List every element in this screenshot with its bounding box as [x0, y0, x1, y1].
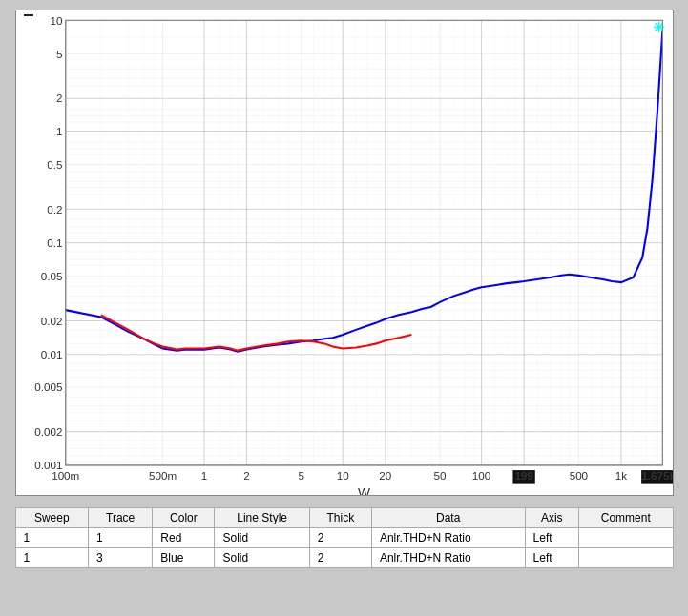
chart-inner: 10 5 2 1 0.5 0.2 0.1 0.05 0.02 0.01 0.00… — [20, 10, 673, 495]
svg-text:1: 1 — [200, 471, 206, 483]
svg-text:0.02: 0.02 — [40, 316, 62, 327]
cell-data: Anlr.THD+N Ratio — [371, 528, 525, 548]
cell-sweep: 1 — [15, 528, 89, 548]
svg-text:0.1: 0.1 — [47, 237, 62, 249]
svg-text:2: 2 — [56, 93, 62, 105]
svg-text:0.2: 0.2 — [47, 204, 62, 216]
svg-text:100m: 100m — [52, 471, 79, 483]
cell-axis: Left — [525, 548, 579, 568]
svg-text:500: 500 — [569, 471, 587, 483]
cell-trace: 1 — [89, 528, 153, 548]
svg-text:0.01: 0.01 — [40, 349, 62, 360]
svg-text:199: 199 — [514, 471, 532, 483]
col-data: Data — [371, 508, 525, 528]
svg-text:0.001: 0.001 — [34, 460, 62, 471]
cell-thick: 2 — [309, 528, 371, 548]
col-axis: Axis — [525, 508, 579, 528]
svg-text:20: 20 — [379, 471, 391, 483]
svg-text:W: W — [358, 485, 370, 495]
cell-color: Blue — [153, 548, 215, 568]
col-comment: Comment — [579, 508, 673, 528]
svg-text:✳: ✳ — [652, 20, 664, 35]
cell-data: Anlr.THD+N Ratio — [371, 548, 525, 568]
cell-comment — [579, 548, 673, 568]
cell-linestyle: Solid — [215, 528, 309, 548]
cell-thick: 2 — [309, 548, 371, 568]
svg-text:0.5: 0.5 — [47, 159, 62, 171]
col-thick: Thick — [309, 508, 371, 528]
svg-text:1: 1 — [56, 126, 62, 137]
svg-text:1.675k: 1.675k — [641, 471, 673, 483]
svg-text:1k: 1k — [615, 471, 627, 483]
svg-text:2: 2 — [243, 471, 249, 483]
svg-text:100: 100 — [471, 471, 490, 483]
main-container: 10 5 2 1 0.5 0.2 0.1 0.05 0.02 0.01 0.00… — [0, 0, 688, 616]
table-row: 13BlueSolid2Anlr.THD+N RatioLeft — [15, 548, 673, 568]
dx-label — [24, 14, 33, 16]
svg-text:50: 50 — [433, 471, 446, 483]
svg-text:5: 5 — [56, 49, 62, 60]
table-row: 11RedSolid2Anlr.THD+N RatioLeft — [15, 528, 673, 548]
cell-axis: Left — [525, 528, 579, 548]
svg-text:10: 10 — [336, 471, 348, 483]
col-color: Color — [153, 508, 215, 528]
col-linestyle: Line Style — [215, 508, 309, 528]
cell-color: Red — [153, 528, 215, 548]
cell-trace: 3 — [89, 548, 153, 568]
svg-text:0.002: 0.002 — [34, 426, 62, 438]
svg-text:10: 10 — [50, 15, 62, 27]
chart-area: 10 5 2 1 0.5 0.2 0.1 0.05 0.02 0.01 0.00… — [15, 10, 674, 496]
col-sweep: Sweep — [15, 508, 89, 528]
col-trace: Trace — [89, 508, 153, 528]
cell-linestyle: Solid — [215, 548, 309, 568]
svg-text:0.005: 0.005 — [34, 381, 62, 393]
legend-table: Sweep Trace Color Line Style Thick Data … — [15, 507, 674, 568]
svg-text:5: 5 — [298, 471, 303, 483]
cell-comment — [579, 528, 673, 548]
svg-text:0.05: 0.05 — [40, 271, 62, 282]
chart-svg: 10 5 2 1 0.5 0.2 0.1 0.05 0.02 0.01 0.00… — [20, 10, 673, 495]
cell-sweep: 1 — [15, 548, 89, 568]
svg-text:500m: 500m — [148, 471, 176, 483]
